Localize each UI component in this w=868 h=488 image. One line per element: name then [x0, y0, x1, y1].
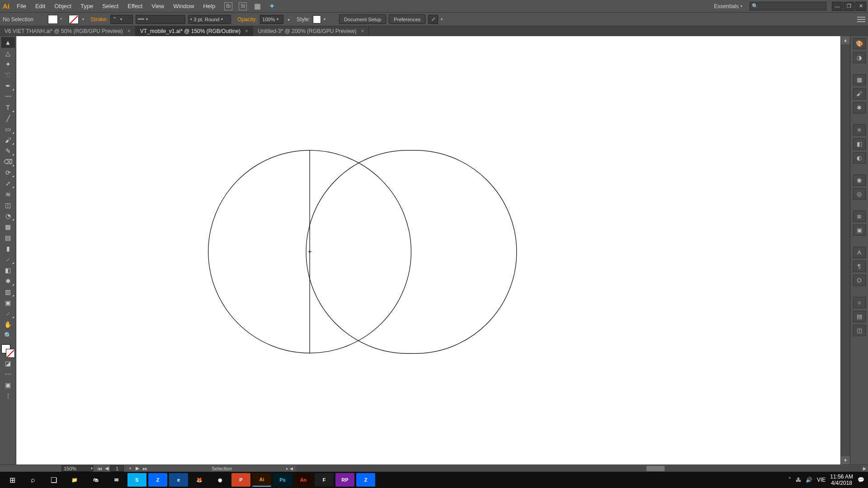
- system-tray[interactable]: ˄🖧🔊VIE11:56 AM4/4/2018💬: [788, 474, 866, 486]
- taskbar-illustrator[interactable]: Ai: [252, 473, 271, 487]
- fill-stroke-control[interactable]: [1, 344, 15, 358]
- artboard-nav[interactable]: ⏮◀: [96, 465, 110, 471]
- tool-mode[interactable]: ▣: [1, 380, 15, 390]
- tool-curvature[interactable]: 〰: [1, 91, 15, 102]
- tool-symbol-sprayer[interactable]: ✱: [1, 276, 15, 286]
- document-tab[interactable]: VT_mobile_v1.ai* @ 150% (RGB/Outline)×: [136, 26, 253, 36]
- tray-ime[interactable]: VIE: [817, 477, 826, 483]
- zoom-input[interactable]: 150%▾: [61, 465, 93, 472]
- tool-free-transform[interactable]: ◫: [1, 200, 15, 211]
- stroke-weight-input[interactable]: ⌃▾: [110, 15, 133, 24]
- taskbar-animate[interactable]: An: [294, 473, 313, 487]
- tool-gradient[interactable]: ▮: [1, 243, 15, 254]
- panel-artboards-icon[interactable]: ▣: [853, 225, 866, 236]
- panel-color-icon[interactable]: 🎨: [853, 38, 866, 49]
- panel-layers-icon[interactable]: ≣: [853, 211, 866, 222]
- panel-appearance-icon[interactable]: ◉: [853, 174, 866, 186]
- tool-rectangle[interactable]: ▭: [1, 124, 15, 135]
- maximize-button[interactable]: ❐: [844, 2, 854, 11]
- tool-mesh[interactable]: ▤: [1, 232, 15, 243]
- tool-selection[interactable]: ▲: [1, 37, 15, 48]
- tool-width[interactable]: ≋: [1, 189, 15, 200]
- document-tab[interactable]: Untitled-3* @ 200% (RGB/GPU Preview)×: [253, 26, 369, 36]
- taskbar-skype[interactable]: S: [127, 473, 146, 487]
- panel-pathfinder-icon[interactable]: ◫: [853, 325, 866, 336]
- panel-symbols-icon[interactable]: ✱: [853, 102, 866, 113]
- document-tab[interactable]: V6 VIET THANH.ai* @ 50% (RGB/GPU Preview…: [0, 26, 136, 36]
- arrange-docs-icon[interactable]: ▦: [253, 2, 261, 10]
- taskbar-axure[interactable]: RP: [335, 473, 354, 487]
- tool-zoom[interactable]: 🔍: [1, 330, 15, 341]
- scroll-up-icon[interactable]: ▲: [841, 36, 850, 44]
- tool-direct-selection[interactable]: △: [1, 48, 15, 59]
- workspace-switcher[interactable]: Essentials▾: [711, 3, 745, 9]
- tool-blend[interactable]: ◧: [1, 265, 15, 276]
- close-button[interactable]: ✕: [855, 2, 866, 11]
- taskbar-figma[interactable]: F: [315, 473, 334, 487]
- tool-eyedropper[interactable]: ⟋: [1, 254, 15, 265]
- close-tab-icon[interactable]: ×: [245, 28, 248, 34]
- horizontal-scrollbar[interactable]: [297, 465, 861, 472]
- taskbar-explorer[interactable]: 📁: [65, 473, 84, 487]
- panel-transparency-icon[interactable]: ◐: [853, 152, 866, 164]
- minimize-button[interactable]: —: [832, 2, 843, 11]
- tool-slice[interactable]: ⟋: [1, 308, 15, 319]
- tool-shape-builder[interactable]: ◔: [1, 211, 15, 221]
- tool-type[interactable]: T: [1, 102, 15, 113]
- variable-width-profile[interactable]: ━━▾: [136, 15, 185, 24]
- search-input[interactable]: 🔍: [750, 2, 826, 10]
- menu-window[interactable]: Window: [169, 0, 198, 12]
- taskbar-taskview[interactable]: ❏: [43, 472, 64, 488]
- close-tab-icon[interactable]: ×: [127, 28, 131, 34]
- tool-eraser[interactable]: ⌫: [1, 156, 15, 167]
- graphic-style-swatch[interactable]: [313, 15, 321, 23]
- tool-lasso[interactable]: ➰: [1, 70, 15, 80]
- menu-effect[interactable]: Effect: [123, 0, 147, 12]
- tray-volume-icon[interactable]: 🔊: [806, 477, 812, 483]
- preferences-button[interactable]: Preferences: [389, 14, 425, 24]
- panel-stroke-icon[interactable]: ≡: [853, 124, 866, 136]
- tool-column-graph[interactable]: ▥: [1, 286, 15, 297]
- bridge-icon[interactable]: Br: [224, 2, 232, 10]
- control-menu-icon[interactable]: [857, 15, 865, 23]
- tool-perspective[interactable]: ▦: [1, 221, 15, 232]
- tool-scale[interactable]: ⤢: [1, 178, 15, 189]
- taskbar-photoshop[interactable]: Ps: [273, 473, 292, 487]
- panel-color-guide-icon[interactable]: ◑: [853, 52, 866, 63]
- tray-chevron-icon[interactable]: ˄: [788, 477, 791, 483]
- document-setup-button[interactable]: Document Setup: [339, 14, 386, 24]
- panel-brushes-icon[interactable]: 🖌: [853, 88, 866, 99]
- menu-type[interactable]: Type: [76, 0, 98, 12]
- taskbar-zalo[interactable]: Z: [148, 473, 167, 487]
- brush-definition[interactable]: •3 pt. Round▾: [188, 15, 231, 24]
- tool-mode[interactable]: ⋯: [1, 369, 15, 380]
- menu-select[interactable]: Select: [98, 0, 123, 12]
- opacity-input[interactable]: 100%▾: [260, 15, 283, 24]
- taskbar-start[interactable]: ⊞: [2, 472, 23, 488]
- tool-brush[interactable]: 🖌: [1, 135, 15, 145]
- menu-object[interactable]: Object: [50, 0, 76, 12]
- tool-pencil[interactable]: ✎: [1, 145, 15, 156]
- menu-edit[interactable]: Edit: [31, 0, 50, 12]
- panel-align-icon[interactable]: ▤: [853, 311, 866, 322]
- close-tab-icon[interactable]: ×: [361, 28, 364, 34]
- gpu-icon[interactable]: ✦: [268, 2, 276, 10]
- tool-mode[interactable]: ◪: [1, 358, 15, 369]
- panel-swatches-icon[interactable]: ▦: [853, 74, 866, 85]
- panel-transform-icon[interactable]: ⟐: [853, 297, 866, 308]
- scroll-down-icon[interactable]: ▼: [841, 456, 850, 465]
- panel-graphic-styles-icon[interactable]: ◎: [853, 188, 866, 200]
- taskbar-edge[interactable]: e: [169, 473, 188, 487]
- panel-paragraph-icon[interactable]: ¶: [853, 261, 866, 272]
- tray-network-icon[interactable]: 🖧: [796, 477, 801, 483]
- tool-line[interactable]: ╱: [1, 113, 15, 124]
- tool-rotate[interactable]: ⟳: [1, 167, 15, 178]
- taskbar-search[interactable]: ⌕: [23, 472, 43, 488]
- artboard-nav-next[interactable]: ▾▶⏭: [127, 465, 148, 471]
- align-artboard-icon[interactable]: ⤢: [428, 15, 438, 24]
- tray-clock[interactable]: 11:56 AM4/4/2018: [830, 474, 853, 486]
- stroke-swatch[interactable]: [69, 15, 79, 24]
- tool-mode[interactable]: ⋮: [1, 390, 15, 401]
- tool-artboard[interactable]: ▣: [1, 297, 15, 308]
- menu-view[interactable]: View: [147, 0, 169, 12]
